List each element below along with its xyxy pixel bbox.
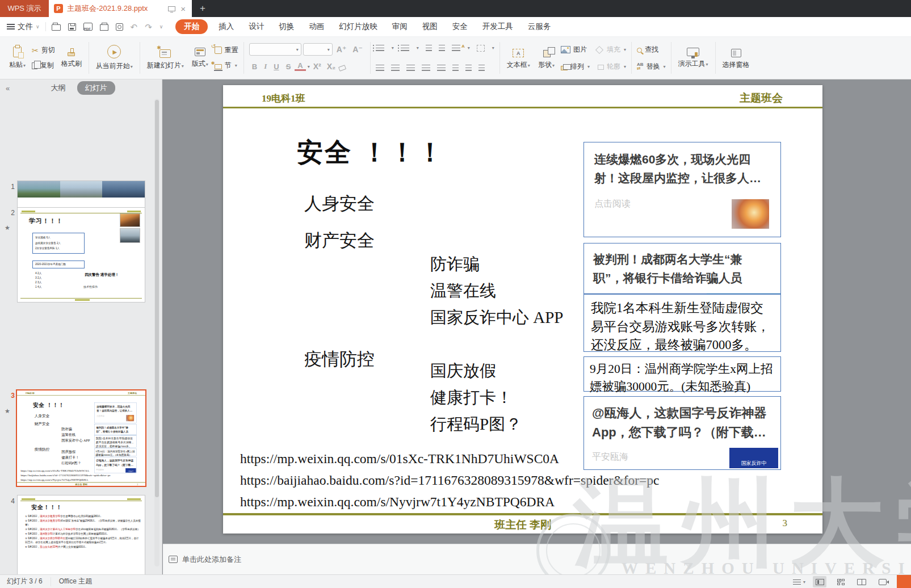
increase-indent-icon[interactable]: [439, 45, 445, 51]
text-direction-icon[interactable]: [452, 45, 460, 51]
theme-name[interactable]: Office 主题: [59, 577, 92, 586]
picture-button[interactable]: 图片: [561, 45, 587, 54]
topic-personal-safety[interactable]: 人身安全: [304, 192, 375, 216]
italic-button[interactable]: I: [261, 62, 270, 71]
play-from-current-button[interactable]: 从当前开始▾: [94, 45, 135, 71]
scrollbar-thumb[interactable]: [155, 100, 159, 497]
presentation-tools-button[interactable]: 演示工具▾: [677, 48, 710, 69]
thumbnail-4[interactable]: 安全！！！ ① 9月16日，温州大学教育学院学生使用微信小程序扫码被骗380元。…: [17, 495, 145, 574]
section-button[interactable]: 节▾: [215, 58, 238, 73]
replace-button[interactable]: AB替换▾: [637, 59, 666, 74]
link-2[interactable]: https://baijiahao.baidu.com/s?id=1711676…: [240, 473, 660, 488]
strikethrough-button[interactable]: S: [283, 62, 294, 71]
play-button-partial[interactable]: [897, 575, 911, 588]
slideshow-view-button[interactable]: [876, 576, 889, 587]
tab-slideshow[interactable]: 幻灯片放映: [331, 17, 385, 37]
new-tab-button[interactable]: +: [200, 3, 205, 14]
decrease-indent-icon[interactable]: [426, 45, 432, 51]
tab-design[interactable]: 设计: [241, 17, 271, 37]
tab-transition[interactable]: 切换: [271, 17, 301, 37]
tab-animation[interactable]: 动画: [301, 17, 331, 37]
slide-canvas[interactable]: 19电科1班 主题班会 安全 ！！！ 人身安全 财产安全 防诈骗 温警在线 国家…: [223, 85, 822, 534]
print-icon[interactable]: [100, 24, 108, 31]
clear-format-icon[interactable]: [338, 65, 346, 72]
textbox-button[interactable]: 文本框▾: [505, 46, 532, 70]
open-file-icon[interactable]: [52, 24, 61, 31]
cut-button[interactable]: 剪切: [32, 43, 55, 58]
file-menu-button[interactable]: 文件 ∨: [0, 22, 45, 32]
save-icon[interactable]: [68, 23, 76, 31]
reset-button[interactable]: 重置: [215, 43, 238, 58]
find-button[interactable]: 查找: [637, 42, 666, 57]
news-card-game-fraud[interactable]: 我院1名本科生新生登陆虚假交易平台交易游戏账号多次转账，还没反应，最终被骗700…: [583, 294, 781, 352]
slide-footer-teacher[interactable]: 班主任 李刚: [223, 518, 822, 532]
close-tab-icon[interactable]: ×: [179, 5, 187, 13]
link-3[interactable]: https://mp.weixin.qq.com/s/Nyvjrw7t1Y4yz…: [240, 494, 555, 510]
slide-header-right[interactable]: 主题班会: [740, 91, 783, 106]
align-right-icon[interactable]: [406, 65, 415, 71]
arrange-button[interactable]: 排列▾: [561, 62, 590, 72]
news-card-sentenced[interactable]: 被判刑！成都两名大学生“兼职”，将银行卡借给诈骗人员: [583, 243, 781, 294]
export-pdf-icon[interactable]: PDF: [83, 23, 93, 31]
tab-home[interactable]: 开始: [175, 19, 208, 34]
undo-icon[interactable]: ↶: [131, 23, 138, 31]
shapes-button[interactable]: 形状▾: [536, 46, 556, 70]
justify-icon[interactable]: [422, 65, 430, 71]
new-slide-button[interactable]: 新建幻灯片▾: [145, 46, 186, 70]
news-card-explosion[interactable]: 连续爆燃60多次，现场火光四射！这段屋内监控，让很多人… 点击阅读: [583, 142, 781, 237]
print-preview-icon[interactable]: [116, 23, 123, 31]
thumbnail-3-selected[interactable]: 19电科1班 主题班会 安全 ！！！ 人身安全 财产安全 防诈骗 温警在线 国家…: [16, 389, 146, 487]
topic-property-safety[interactable]: 财产安全: [304, 229, 375, 253]
topic-pandemic-control[interactable]: 疫情防控: [304, 347, 375, 371]
slide-sorter-view-button[interactable]: [834, 576, 847, 587]
decrease-font-button[interactable]: A⁻: [350, 45, 365, 54]
pin-window-icon[interactable]: [168, 6, 175, 11]
font-color-button[interactable]: A: [295, 62, 305, 71]
layout-button[interactable]: 版式▾: [190, 48, 210, 69]
app-tab[interactable]: WPS 演示: [0, 0, 49, 17]
subtopic-holiday[interactable]: 国庆放假: [430, 360, 496, 383]
line-spacing-icon[interactable]: [452, 65, 459, 71]
subtopic-health-checkin[interactable]: 健康打卡！: [430, 387, 513, 409]
copy-button[interactable]: 复制: [32, 58, 55, 73]
selection-pane-button[interactable]: 选择窗格: [721, 46, 752, 70]
subtopic-anti-fraud[interactable]: 防诈骗: [430, 253, 480, 276]
news-card-app[interactable]: @瓯海人，这款国字号反诈神器App，您下载了吗？（附下载… 平安瓯海 国家反诈中: [583, 396, 781, 470]
redo-icon[interactable]: ↷: [145, 23, 152, 31]
outline-button[interactable]: 轮廓▾: [598, 62, 626, 72]
format-painter-button[interactable]: 格式刷: [60, 47, 83, 69]
numbered-list-icon[interactable]: [401, 45, 409, 51]
font-family-select[interactable]: ▾: [249, 43, 301, 56]
align-left-icon[interactable]: [376, 65, 384, 71]
subscript-button[interactable]: X₂: [325, 62, 338, 71]
sidebar-scrollbar[interactable]: [154, 99, 159, 566]
tab-devtools[interactable]: 开发工具: [475, 17, 520, 37]
customize-toolbar-chevron-icon[interactable]: ∨: [159, 24, 163, 30]
bullet-list-icon[interactable]: [376, 45, 384, 51]
normal-view-button[interactable]: [813, 576, 826, 587]
text-border-icon[interactable]: [477, 45, 485, 52]
superscript-button[interactable]: X²: [311, 62, 324, 71]
paste-button[interactable]: 粘贴▾: [7, 47, 27, 70]
tab-view[interactable]: 视图: [415, 17, 445, 37]
tab-review[interactable]: 审阅: [385, 17, 415, 37]
paragraph-spacing-icon[interactable]: [478, 65, 485, 71]
notes-toggle-button[interactable]: ▾: [793, 579, 805, 585]
outline-tab[interactable]: 大纲: [45, 82, 72, 94]
news-card-sep20[interactable]: 9月20日：温州商学院学生x网上招嫖被骗30000元。(未知悉验真): [583, 356, 781, 392]
tab-security[interactable]: 安全: [445, 17, 475, 37]
align-center-icon[interactable]: [391, 65, 400, 71]
tab-cloud[interactable]: 云服务: [520, 17, 559, 37]
font-size-select[interactable]: ▾: [303, 43, 333, 56]
thumbnail-2[interactable]: 学习！！！ 学业困难 6人 连续两次学业警告 2人 2次学业警告风险 1人 20…: [17, 207, 145, 303]
tab-insert[interactable]: 插入: [211, 17, 241, 37]
subtopic-anti-fraud-app[interactable]: 国家反诈中心 APP: [430, 306, 563, 329]
fill-button[interactable]: 填充▾: [595, 45, 626, 54]
underline-button[interactable]: U: [271, 62, 282, 71]
document-tab[interactable]: P 主题班会-2021.9.28.pptx ×: [49, 0, 192, 17]
slides-tab[interactable]: 幻灯片: [77, 81, 115, 95]
notes-placeholder[interactable]: 单击此处添加备注: [182, 555, 241, 565]
link-1[interactable]: https://mp.weixin.qq.com/s/01sXc-TRK1NhD…: [240, 451, 559, 467]
column-spacing-icon[interactable]: [465, 65, 472, 71]
reading-view-button[interactable]: [855, 576, 868, 587]
